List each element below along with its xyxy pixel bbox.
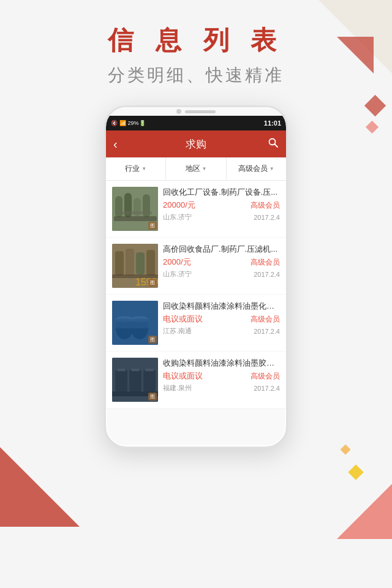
filter-industry-arrow: ▼ [141,166,146,172]
item-member-1: 高级会员 [251,200,280,211]
item-row-4: 电议或面议 高级会员 [163,371,280,382]
list-item[interactable]: 159000 图 高价回收食品厂.制药厂.压滤机... 2000/元 高级会员 … [106,238,286,294]
thumb-badge-4: 图 [148,393,157,401]
filter-industry[interactable]: 行业 ▼ [106,157,166,180]
item-thumbnail-4: 图 [112,358,158,402]
item-title-1: 回收化工厂设备.制药厂设备.压... [163,187,280,198]
phone-outer: 🔇 📶 29%🔋 11:01 ‹ 求购 行业 ▼ 地区 [104,105,288,448]
sub-title: 分类明细、快速精准 [0,64,392,87]
phone-top-bar [106,107,286,116]
item-thumbnail-2: 159000 图 [112,244,158,288]
item-date-4: 2017.2.4 [254,385,280,392]
item-row-1: 20000/元 高级会员 [163,200,280,211]
svg-rect-11 [126,249,134,276]
item-meta-row-2: 山东.济宁 2017.2.4 [163,270,280,279]
bg-decor-orange-bottom-right [337,484,392,539]
app-header-title: 求购 [132,137,260,151]
item-meta-row-3: 江苏.南通 2017.2.4 [163,326,280,336]
item-content-2: 高价回收食品厂.制药厂.压滤机... 2000/元 高级会员 山东.济宁 201… [163,244,280,288]
item-price-2: 2000/元 [163,257,191,268]
phone-camera [176,109,181,114]
item-thumbnail-3: 图 [112,301,158,345]
svg-rect-12 [136,252,145,274]
svg-rect-23 [115,370,127,391]
item-date-3: 2017.2.4 [254,328,280,335]
item-thumbnail-1: 图 [112,187,158,231]
svg-rect-27 [143,370,156,391]
thumb-badge-2: 图 [148,279,157,287]
svg-rect-24 [117,369,126,371]
item-row-2: 2000/元 高级会员 [163,257,280,268]
item-date-2: 2017.2.4 [254,271,280,278]
svg-rect-13 [146,250,155,276]
back-button[interactable]: ‹ [113,137,132,151]
item-member-3: 高级会员 [251,314,280,325]
svg-rect-21 [116,319,155,328]
filter-member-arrow: ▼ [270,166,274,172]
item-content-1: 回收化工厂设备.制药厂设备.压... 20000/元 高级会员 山东.济宁 20… [163,187,280,231]
thumb-badge-3: 图 [148,336,157,344]
svg-line-1 [275,145,278,148]
svg-rect-26 [131,369,140,371]
item-price-1: 20000/元 [163,200,195,211]
item-member-2: 高级会员 [251,257,280,268]
filter-region[interactable]: 地区 ▼ [166,157,226,180]
svg-rect-7 [114,216,157,221]
item-date-1: 2017.2.4 [254,214,280,221]
filter-region-label: 地区 [186,164,200,174]
list-item[interactable]: 图 回收染料颜料油漆涂料油墨化工... 电议或面议 高级会员 江苏.南通 201… [106,295,286,351]
item-row-3: 电议或面议 高级会员 [163,314,280,325]
item-location-1: 山东.济宁 [163,213,192,222]
item-price-4: 电议或面议 [163,371,203,382]
filter-industry-label: 行业 [125,164,140,174]
list-item[interactable]: 图 收购染料颜料油漆涂料油墨胶印... 电议或面议 高级会员 福建.泉州 201… [106,352,286,408]
thumb-badge-1: 图 [148,222,157,230]
app-header: ‹ 求购 [106,130,286,157]
item-meta-row-4: 福建.泉州 2017.2.4 [163,383,280,393]
item-meta-row-1: 山东.济宁 2017.2.4 [163,213,280,222]
item-title-3: 回收染料颜料油漆涂料油墨化工... [163,301,280,312]
phone-speaker [185,110,216,113]
item-content-3: 回收染料颜料油漆涂料油墨化工... 电议或面议 高级会员 江苏.南通 2017.… [163,301,280,345]
search-button[interactable] [260,137,279,151]
phone-mockup: 🔇 📶 29%🔋 11:01 ‹ 求购 行业 ▼ 地区 [0,105,392,448]
status-icons-text: 🔇 📶 [111,120,126,126]
status-bar: 🔇 📶 29%🔋 11:01 [106,116,286,130]
filter-bar: 行业 ▼ 地区 ▼ 高级会员 ▼ [106,157,286,181]
bg-decor-yellow-1 [348,464,363,480]
filter-member-label: 高级会员 [238,164,268,174]
svg-rect-8 [118,211,152,214]
svg-rect-25 [129,370,141,391]
status-time: 11:01 [264,119,281,127]
main-title: 信 息 列 表 [0,23,392,58]
filter-region-arrow: ▼ [202,166,207,172]
item-member-4: 高级会员 [251,371,280,382]
status-icons: 🔇 📶 29%🔋 [111,120,146,126]
header-area: 信 息 列 表 分类明细、快速精准 [0,0,392,87]
battery-text: 29%🔋 [128,120,146,126]
item-location-2: 山东.济宁 [163,270,192,279]
item-location-3: 江苏.南通 [163,326,192,336]
svg-rect-28 [145,369,154,371]
bg-decor-red-bottom-left [0,447,80,527]
item-title-4: 收购染料颜料油漆涂料油墨胶印... [163,358,280,369]
list-item[interactable]: 图 回收化工厂设备.制药厂设备.压... 20000/元 高级会员 山东.济宁 … [106,181,286,237]
item-content-4: 收购染料颜料油漆涂料油墨胶印... 电议或面议 高级会员 福建.泉州 2017.… [163,358,280,402]
svg-rect-10 [115,251,124,276]
item-location-4: 福建.泉州 [163,383,192,393]
list-container: 图 回收化工厂设备.制药厂设备.压... 20000/元 高级会员 山东.济宁 … [106,181,286,409]
item-title-2: 高价回收食品厂.制药厂.压滤机... [163,244,280,255]
item-price-3: 电议或面议 [163,314,203,325]
filter-member[interactable]: 高级会员 ▼ [227,157,286,180]
